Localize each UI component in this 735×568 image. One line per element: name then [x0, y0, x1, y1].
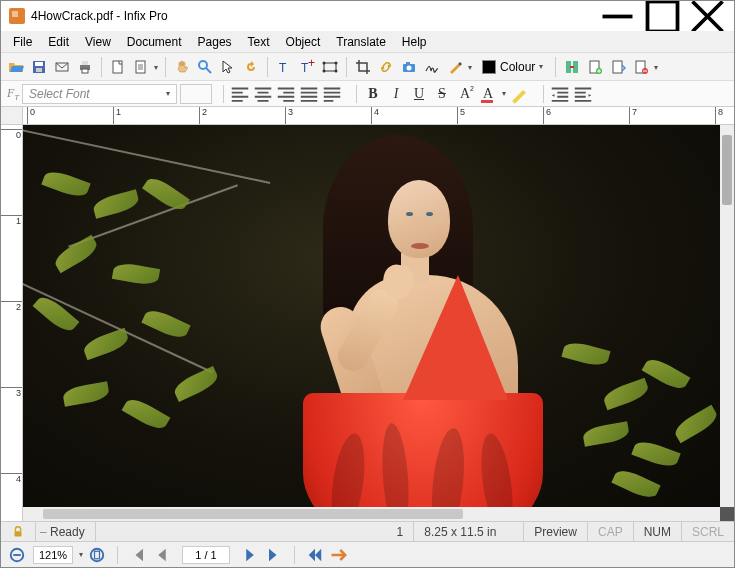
email-button[interactable]: [51, 56, 73, 78]
separator: [543, 85, 544, 103]
indent-left-button[interactable]: [549, 83, 571, 105]
page-indicator: 1: [387, 522, 415, 541]
close-button[interactable]: [685, 2, 730, 30]
align-justify-button[interactable]: [298, 83, 320, 105]
underline-button[interactable]: U: [408, 83, 430, 105]
svg-text:T: T: [279, 61, 287, 75]
svg-rect-9: [82, 61, 88, 65]
separator: [356, 85, 357, 103]
align-left-button[interactable]: [229, 83, 251, 105]
align-center-button[interactable]: [252, 83, 274, 105]
crop-tool[interactable]: [352, 56, 374, 78]
doc-menu-button[interactable]: [130, 56, 152, 78]
scrollbar-thumb[interactable]: [43, 509, 463, 519]
indent-right-button[interactable]: [572, 83, 594, 105]
canvas-area[interactable]: [23, 125, 734, 521]
superscript-button[interactable]: A2: [454, 83, 476, 105]
ruler-tick: 2: [199, 107, 207, 125]
ruler-h-strip[interactable]: 0 1 2 3 4 5 6 7 8: [23, 107, 734, 125]
snapshot-tool[interactable]: [398, 56, 420, 78]
strikethrough-button[interactable]: S: [431, 83, 453, 105]
num-indicator: NUM: [634, 522, 682, 541]
ruler-tick: 5: [457, 107, 465, 125]
menu-edit[interactable]: Edit: [40, 33, 77, 51]
ruler-tick: 1: [1, 215, 23, 226]
svg-point-20: [335, 61, 338, 64]
page-delete-button[interactable]: [630, 56, 652, 78]
next-page-button[interactable]: [240, 545, 260, 565]
textplus-tool[interactable]: T+: [296, 56, 318, 78]
menu-file[interactable]: File: [5, 33, 40, 51]
separator: [165, 57, 166, 77]
fit-width-button[interactable]: [7, 545, 27, 565]
link-tool[interactable]: [375, 56, 397, 78]
separator: [346, 57, 347, 77]
menu-view[interactable]: View: [77, 33, 119, 51]
scrollbar-thumb[interactable]: [722, 135, 732, 205]
font-size-select[interactable]: [180, 84, 212, 104]
first-page-button[interactable]: [128, 545, 148, 565]
ruler-tick: 0: [27, 107, 35, 125]
lock-icon: [1, 522, 36, 541]
save-button[interactable]: [28, 56, 50, 78]
forward-view-button[interactable]: [329, 545, 349, 565]
svg-rect-1: [648, 1, 678, 31]
page-add-button[interactable]: [584, 56, 606, 78]
zoom-field[interactable]: 121%: [33, 546, 73, 564]
ruler-vertical[interactable]: 0 1 2 3 4: [1, 125, 23, 521]
align-more-button[interactable]: [321, 83, 343, 105]
textcolour-button[interactable]: A: [477, 83, 499, 105]
menu-translate[interactable]: Translate: [328, 33, 394, 51]
svg-point-21: [323, 69, 326, 72]
back-view-button[interactable]: [305, 545, 325, 565]
bold-button[interactable]: B: [362, 83, 384, 105]
select-tool[interactable]: [217, 56, 239, 78]
svg-rect-10: [82, 69, 88, 73]
maximize-button[interactable]: [640, 2, 685, 30]
preview-label[interactable]: Preview: [524, 522, 588, 541]
minimize-button[interactable]: [595, 2, 640, 30]
prev-page-button[interactable]: [152, 545, 172, 565]
font-placeholder: Select Font: [29, 87, 90, 101]
svg-rect-18: [324, 63, 336, 71]
text-tool[interactable]: T: [273, 56, 295, 78]
scrollbar-vertical[interactable]: [720, 125, 734, 507]
fit-page-button[interactable]: [87, 545, 107, 565]
svg-point-22: [335, 69, 338, 72]
last-page-button[interactable]: [264, 545, 284, 565]
ruler-tick: 7: [629, 107, 637, 125]
status-bar: – Ready 1 8.25 x 11.5 in Preview CAP NUM…: [1, 521, 734, 541]
menu-object[interactable]: Object: [278, 33, 329, 51]
zoom-tool[interactable]: [194, 56, 216, 78]
caps-indicator: CAP: [588, 522, 634, 541]
signature-tool[interactable]: [421, 56, 443, 78]
open-button[interactable]: [5, 56, 27, 78]
colour-button[interactable]: Colour ▾: [475, 56, 550, 78]
align-right-button[interactable]: [275, 83, 297, 105]
document-canvas[interactable]: [23, 125, 720, 507]
menu-document[interactable]: Document: [119, 33, 190, 51]
font-select[interactable]: Select Font▾: [22, 84, 177, 104]
separator: [101, 57, 102, 77]
highlight-button[interactable]: [508, 83, 530, 105]
scrollbar-horizontal[interactable]: [23, 507, 720, 521]
page-field[interactable]: 1 / 1: [182, 546, 230, 564]
page-extract-button[interactable]: [607, 56, 629, 78]
separator: [117, 546, 118, 564]
menu-pages[interactable]: Pages: [190, 33, 240, 51]
hand-tool[interactable]: [171, 56, 193, 78]
join-button[interactable]: [561, 56, 583, 78]
new-doc-button[interactable]: [107, 56, 129, 78]
draw-tool[interactable]: [444, 56, 466, 78]
colour-label: Colour: [500, 60, 535, 74]
print-button[interactable]: [74, 56, 96, 78]
scrl-indicator: SCRL: [682, 522, 734, 541]
menu-text[interactable]: Text: [240, 33, 278, 51]
object-tool[interactable]: [319, 56, 341, 78]
svg-rect-25: [406, 62, 410, 64]
rotate-tool[interactable]: [240, 56, 262, 78]
svg-rect-11: [113, 61, 122, 73]
menu-help[interactable]: Help: [394, 33, 435, 51]
italic-button[interactable]: I: [385, 83, 407, 105]
app-icon: [9, 8, 25, 24]
